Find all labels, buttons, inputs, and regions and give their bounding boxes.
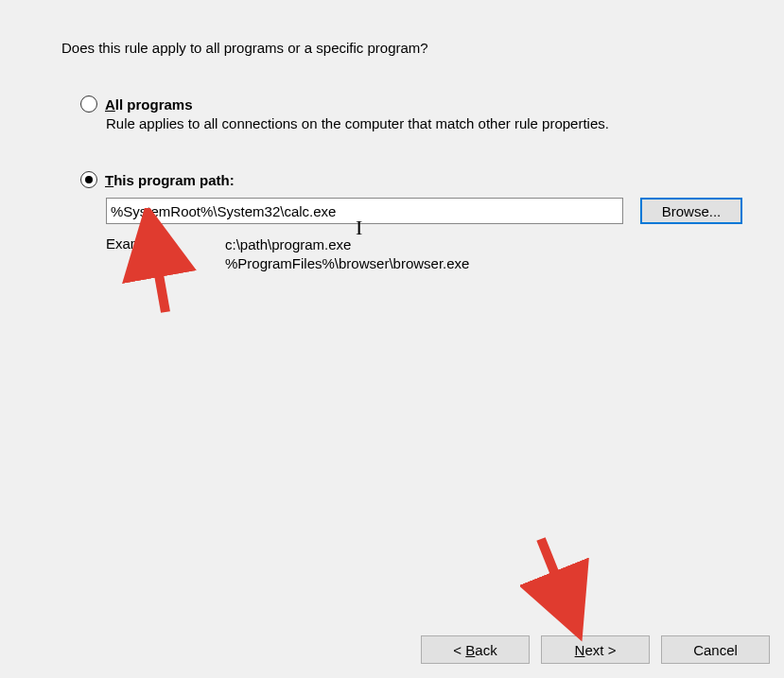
options-group: All programs Rule applies to all connect… bbox=[28, 56, 784, 274]
option-all-programs[interactable]: All programs Rule applies to all connect… bbox=[80, 96, 784, 131]
label-this-program-path: This program path: bbox=[105, 172, 235, 188]
label-all-programs: All programs bbox=[105, 96, 193, 113]
cancel-button[interactable]: Cancel bbox=[661, 635, 770, 664]
next-button[interactable]: Next > bbox=[541, 635, 650, 664]
example-2: %ProgramFiles%\browser\browser.exe bbox=[225, 254, 469, 273]
option-this-program-path[interactable]: This program path: Browse... Example: c:… bbox=[80, 171, 784, 274]
program-path-input[interactable] bbox=[106, 198, 623, 224]
example-1: c:\path\program.exe bbox=[225, 235, 469, 254]
radio-all-programs[interactable] bbox=[80, 96, 97, 113]
example-label: Example: bbox=[106, 235, 225, 274]
example-values: c:\path\program.exe %ProgramFiles%\brows… bbox=[225, 235, 469, 274]
firewall-program-page: Does this rule apply to all programs or … bbox=[28, 0, 784, 678]
wizard-buttons: < Back Next > Cancel bbox=[421, 635, 770, 664]
back-button[interactable]: < Back bbox=[421, 635, 530, 664]
page-prompt: Does this rule apply to all programs or … bbox=[28, 0, 784, 56]
radio-this-program-path[interactable] bbox=[80, 171, 97, 188]
example-block: Example: c:\path\program.exe %ProgramFil… bbox=[80, 224, 784, 274]
browse-button[interactable]: Browse... bbox=[640, 198, 742, 224]
desc-all-programs: Rule applies to all connections on the c… bbox=[80, 113, 784, 131]
